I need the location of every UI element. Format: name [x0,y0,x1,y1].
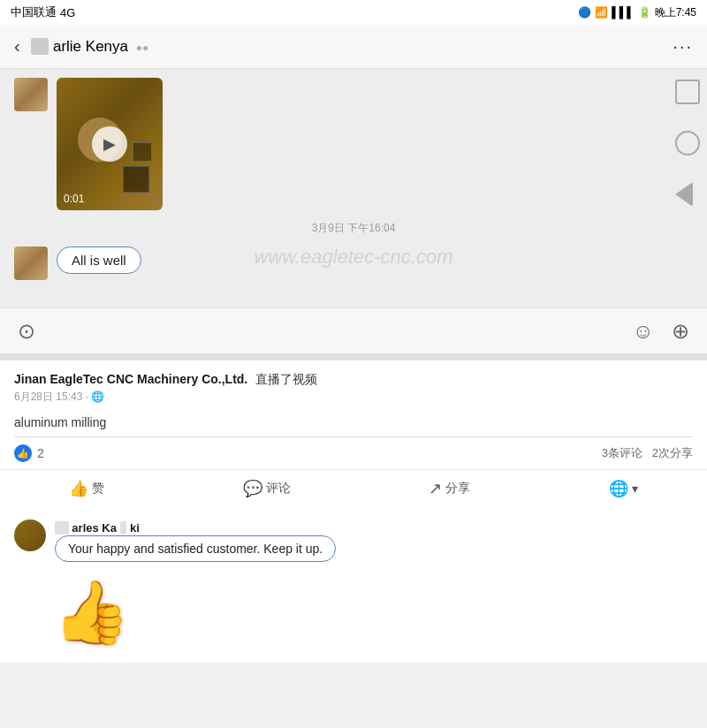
fb-post-content: aluminum milling [0,410,707,436]
signal-icon: ▌▌▌ [612,6,635,19]
wechat-header: ‹ ●● arlie Kenya ●● ··· [0,25,707,69]
globe-action-icon: 🌐 [609,479,628,498]
status-bar: 中国联通 4G 🔵 📶 ▌▌▌ 🔋 晚上7:45 [0,0,707,25]
carrier-label: 中国联通 [11,4,57,20]
voice-input-icon[interactable]: ⊙ [18,319,35,344]
message-timestamp: 3月9日 下午16:04 [14,221,693,236]
battery-icon: 🔋 [638,6,651,19]
play-button[interactable]: ▶ [92,126,127,162]
add-button[interactable]: ⊕ [672,319,689,344]
android-square-button[interactable] [675,80,700,104]
more-dropdown-icon: ▾ [632,482,638,496]
comment-label: 评论 [266,481,291,497]
android-nav-buttons [668,71,707,216]
back-button[interactable]: ‹ [14,36,20,57]
facebook-post-section: Jinan EagleTec CNC Machinery Co.,Ltd. 直播… [0,360,707,663]
thumbs-up-area: 👍 [0,571,707,663]
section-divider [0,353,707,360]
comment-text: Your happy and satisfied customer. Keep … [55,535,336,562]
commenter-name: ●● arles Ka ● ki [55,521,140,535]
fb-react-right: 3条评论 2次分享 [602,445,693,461]
fb-share-button[interactable]: ↗ 分享 [414,474,484,504]
comment-action-icon: 💬 [243,479,262,498]
wifi-icon: 📶 [595,6,608,19]
sender-avatar-2 [14,246,48,280]
carrier-badge: 4G [60,6,75,19]
commenter-avatar [14,519,46,551]
status-left: 中国联通 4G [11,4,75,20]
thumbs-up-icon: 👍 [53,576,130,648]
text-message-row: All is well [14,246,693,280]
like-label: 赞 [92,481,104,497]
chat-toolbar: ⊙ ☺ ⊕ [0,307,707,353]
sender-avatar [14,78,48,111]
fb-react-left: 👍 2 [14,444,44,462]
android-home-button[interactable] [675,131,700,155]
chat-title: ●● arlie Kenya ●● [31,38,673,56]
emoji-button[interactable]: ☺ [632,319,654,344]
time-label: 晚上7:45 [655,5,696,20]
fb-comment-row: ●● arles Ka ● ki Your happy and satisfie… [0,511,707,571]
fb-reactions-row: 👍 2 3条评论 2次分享 [0,437,707,469]
fb-post-meta: 6月28日 15:43 · 🌐 [14,390,693,405]
bluetooth-icon: 🔵 [578,6,591,19]
shares-count: 2次分享 [652,446,693,459]
video-message: ▶ 0:01 [14,78,693,210]
more-options-button[interactable]: ··· [673,36,693,57]
reaction-count: 2 [37,446,44,460]
fb-comment-button[interactable]: 💬 评论 [229,474,305,504]
chat-area: ▶ 0:01 www.eagletec-cnc.com 3月9日 下午16:04… [0,69,707,307]
comments-count: 3条评论 [602,446,642,459]
share-action-icon: ↗ [429,479,442,498]
fb-more-button[interactable]: 🌐 ▾ [595,474,652,504]
fb-post-header: Jinan EagleTec CNC Machinery Co.,Ltd. 直播… [0,360,707,410]
like-reaction-icon: 👍 [14,444,32,462]
video-duration: 0:01 [64,193,84,205]
video-thumbnail[interactable]: ▶ 0:01 [57,78,163,210]
status-right: 🔵 📶 ▌▌▌ 🔋 晚上7:45 [578,5,696,20]
like-action-icon: 👍 [69,479,88,498]
fb-live-text: 直播了视频 [255,372,317,386]
android-back-button[interactable] [675,182,693,207]
fb-like-button[interactable]: 👍 赞 [55,474,118,504]
fb-page-name: Jinan EagleTec CNC Machinery Co.,Ltd. [14,372,247,386]
fb-actions-bar: 👍 赞 💬 评论 ↗ 分享 🌐 ▾ [0,469,707,511]
share-label: 分享 [445,481,470,497]
message-bubble: All is well [57,246,141,274]
